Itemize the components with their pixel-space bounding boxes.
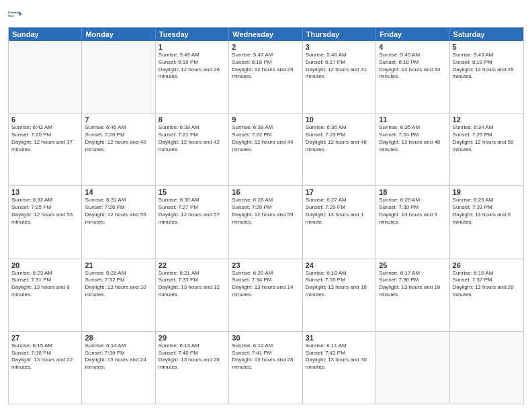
day-info: Sunrise: 6:26 AM Sunset: 7:30 PM Dayligh… [379, 197, 446, 226]
day-cell-19: 19Sunrise: 6:25 AM Sunset: 7:31 PM Dayli… [450, 186, 523, 258]
day-number: 30 [232, 334, 299, 342]
day-number: 3 [306, 43, 373, 51]
header-day-friday: Friday [376, 28, 449, 41]
day-cell-4: 4Sunrise: 5:45 AM Sunset: 6:18 PM Daylig… [376, 41, 449, 113]
day-info: Sunrise: 6:21 AM Sunset: 7:33 PM Dayligh… [159, 270, 226, 299]
day-info: Sunrise: 5:47 AM Sunset: 6:16 PM Dayligh… [232, 52, 299, 81]
day-cell-15: 15Sunrise: 6:30 AM Sunset: 7:27 PM Dayli… [156, 186, 229, 258]
day-info: Sunrise: 6:28 AM Sunset: 7:28 PM Dayligh… [232, 197, 299, 226]
header-day-saturday: Saturday [450, 28, 523, 41]
svg-text:Blue: Blue [8, 14, 15, 17]
day-info: Sunrise: 5:45 AM Sunset: 6:18 PM Dayligh… [379, 52, 446, 81]
day-info: Sunrise: 6:36 AM Sunset: 7:23 PM Dayligh… [306, 124, 373, 153]
day-cell-12: 12Sunrise: 6:34 AM Sunset: 7:25 PM Dayli… [450, 113, 523, 185]
day-cell-20: 20Sunrise: 6:23 AM Sunset: 7:31 PM Dayli… [9, 259, 82, 331]
empty-cell [376, 332, 449, 404]
day-number: 8 [159, 116, 226, 124]
day-number: 15 [159, 188, 226, 196]
calendar-row-0: 1Sunrise: 5:49 AM Sunset: 6:16 PM Daylig… [9, 41, 523, 113]
day-number: 9 [232, 116, 299, 124]
empty-cell [450, 332, 523, 404]
day-number: 1 [159, 43, 226, 51]
day-cell-17: 17Sunrise: 6:27 AM Sunset: 7:29 PM Dayli… [303, 186, 376, 258]
day-number: 24 [306, 261, 373, 269]
day-cell-18: 18Sunrise: 6:26 AM Sunset: 7:30 PM Dayli… [376, 186, 449, 258]
day-info: Sunrise: 6:22 AM Sunset: 7:32 PM Dayligh… [85, 270, 152, 299]
header-day-thursday: Thursday [303, 28, 376, 41]
day-cell-25: 25Sunrise: 6:17 AM Sunset: 7:36 PM Dayli… [376, 259, 449, 331]
day-number: 7 [85, 116, 152, 124]
day-cell-14: 14Sunrise: 6:31 AM Sunset: 7:26 PM Dayli… [82, 186, 155, 258]
day-info: Sunrise: 5:46 AM Sunset: 6:17 PM Dayligh… [306, 52, 373, 81]
day-info: Sunrise: 6:16 AM Sunset: 7:37 PM Dayligh… [453, 270, 521, 299]
day-cell-7: 7Sunrise: 6:40 AM Sunset: 7:20 PM Daylig… [82, 113, 155, 185]
day-cell-11: 11Sunrise: 6:35 AM Sunset: 7:24 PM Dayli… [376, 113, 449, 185]
day-number: 21 [85, 261, 152, 269]
day-info: Sunrise: 5:43 AM Sunset: 6:19 PM Dayligh… [453, 52, 521, 81]
day-info: Sunrise: 6:30 AM Sunset: 7:27 PM Dayligh… [159, 197, 226, 226]
day-number: 31 [306, 334, 373, 342]
logo-icon: GeneralBlue [8, 7, 23, 21]
day-cell-5: 5Sunrise: 5:43 AM Sunset: 6:19 PM Daylig… [450, 41, 523, 113]
calendar-row-4: 27Sunrise: 6:15 AM Sunset: 7:38 PM Dayli… [9, 331, 523, 404]
day-number: 22 [159, 261, 226, 269]
day-info: Sunrise: 6:15 AM Sunset: 7:38 PM Dayligh… [11, 342, 79, 371]
day-number: 18 [379, 188, 446, 196]
day-info: Sunrise: 6:18 AM Sunset: 7:35 PM Dayligh… [306, 270, 373, 299]
day-cell-1: 1Sunrise: 5:49 AM Sunset: 6:16 PM Daylig… [156, 41, 229, 113]
day-cell-8: 8Sunrise: 6:39 AM Sunset: 7:21 PM Daylig… [156, 113, 229, 185]
day-number: 27 [11, 334, 79, 342]
day-number: 12 [453, 116, 521, 124]
day-number: 19 [453, 188, 521, 196]
day-info: Sunrise: 6:27 AM Sunset: 7:29 PM Dayligh… [306, 197, 373, 226]
day-cell-21: 21Sunrise: 6:22 AM Sunset: 7:32 PM Dayli… [82, 259, 155, 331]
header-day-sunday: Sunday [9, 28, 82, 41]
day-number: 17 [306, 188, 373, 196]
header-day-monday: Monday [82, 28, 155, 41]
day-cell-6: 6Sunrise: 6:42 AM Sunset: 7:20 PM Daylig… [9, 113, 82, 185]
header-day-tuesday: Tuesday [156, 28, 229, 41]
day-cell-28: 28Sunrise: 6:14 AM Sunset: 7:39 PM Dayli… [82, 332, 155, 404]
empty-cell [82, 41, 155, 113]
calendar-row-2: 13Sunrise: 6:32 AM Sunset: 7:25 PM Dayli… [9, 185, 523, 258]
day-cell-24: 24Sunrise: 6:18 AM Sunset: 7:35 PM Dayli… [303, 259, 376, 331]
day-cell-31: 31Sunrise: 6:11 AM Sunset: 7:42 PM Dayli… [303, 332, 376, 404]
day-cell-29: 29Sunrise: 6:13 AM Sunset: 7:40 PM Dayli… [156, 332, 229, 404]
day-info: Sunrise: 6:40 AM Sunset: 7:20 PM Dayligh… [85, 124, 152, 153]
day-info: Sunrise: 6:25 AM Sunset: 7:31 PM Dayligh… [453, 197, 521, 226]
day-info: Sunrise: 6:35 AM Sunset: 7:24 PM Dayligh… [379, 124, 446, 153]
svg-marker-2 [19, 11, 22, 16]
day-cell-3: 3Sunrise: 5:46 AM Sunset: 6:17 PM Daylig… [303, 41, 376, 113]
day-cell-10: 10Sunrise: 6:36 AM Sunset: 7:23 PM Dayli… [303, 113, 376, 185]
day-cell-22: 22Sunrise: 6:21 AM Sunset: 7:33 PM Dayli… [156, 259, 229, 331]
day-cell-16: 16Sunrise: 6:28 AM Sunset: 7:28 PM Dayli… [229, 186, 302, 258]
day-number: 28 [85, 334, 152, 342]
header-day-wednesday: Wednesday [229, 28, 302, 41]
day-info: Sunrise: 6:12 AM Sunset: 7:41 PM Dayligh… [232, 342, 299, 371]
day-number: 25 [379, 261, 446, 269]
day-cell-2: 2Sunrise: 5:47 AM Sunset: 6:16 PM Daylig… [229, 41, 302, 113]
day-info: Sunrise: 6:13 AM Sunset: 7:40 PM Dayligh… [159, 342, 226, 371]
day-number: 14 [85, 188, 152, 196]
day-cell-23: 23Sunrise: 6:20 AM Sunset: 7:34 PM Dayli… [229, 259, 302, 331]
calendar-header: SundayMondayTuesdayWednesdayThursdayFrid… [9, 28, 523, 41]
day-info: Sunrise: 6:38 AM Sunset: 7:22 PM Dayligh… [232, 124, 299, 153]
day-number: 2 [232, 43, 299, 51]
day-info: Sunrise: 6:39 AM Sunset: 7:21 PM Dayligh… [159, 124, 226, 153]
day-info: Sunrise: 6:11 AM Sunset: 7:42 PM Dayligh… [306, 342, 373, 371]
day-number: 20 [11, 261, 79, 269]
day-number: 11 [379, 116, 446, 124]
day-cell-13: 13Sunrise: 6:32 AM Sunset: 7:25 PM Dayli… [9, 186, 82, 258]
day-info: Sunrise: 6:31 AM Sunset: 7:26 PM Dayligh… [85, 197, 152, 226]
day-info: Sunrise: 6:17 AM Sunset: 7:36 PM Dayligh… [379, 270, 446, 299]
day-info: Sunrise: 6:42 AM Sunset: 7:20 PM Dayligh… [11, 124, 79, 153]
day-info: Sunrise: 6:23 AM Sunset: 7:31 PM Dayligh… [11, 270, 79, 299]
day-info: Sunrise: 6:20 AM Sunset: 7:34 PM Dayligh… [232, 270, 299, 299]
day-number: 26 [453, 261, 521, 269]
day-info: Sunrise: 5:49 AM Sunset: 6:16 PM Dayligh… [159, 52, 226, 81]
day-number: 23 [232, 261, 299, 269]
page: GeneralBlue SundayMondayTuesdayWednesday… [0, 0, 532, 411]
calendar-row-3: 20Sunrise: 6:23 AM Sunset: 7:31 PM Dayli… [9, 259, 523, 331]
calendar-row-1: 6Sunrise: 6:42 AM Sunset: 7:20 PM Daylig… [9, 113, 523, 185]
day-cell-26: 26Sunrise: 6:16 AM Sunset: 7:37 PM Dayli… [450, 259, 523, 331]
